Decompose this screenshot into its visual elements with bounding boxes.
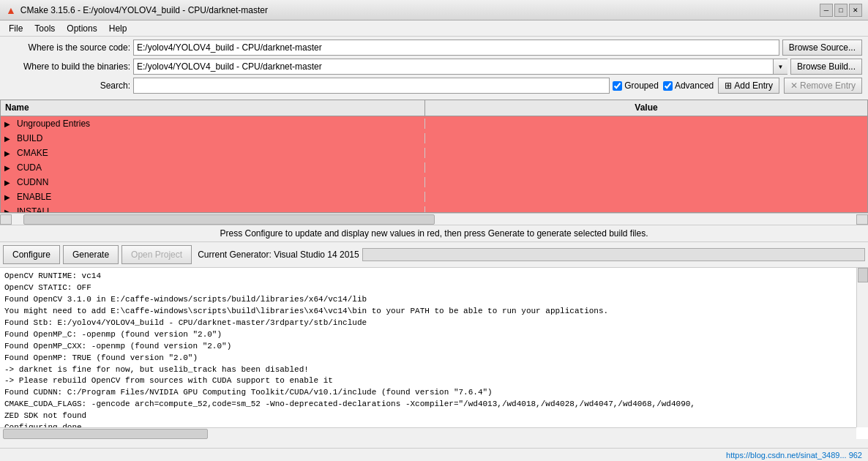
- advanced-checkbox-label[interactable]: Advanced: [663, 80, 714, 91]
- progress-bar: [362, 248, 865, 261]
- menu-options[interactable]: Options: [61, 22, 102, 35]
- log-vertical-scrollbar[interactable]: [856, 268, 868, 427]
- menu-bar: File Tools Options Help: [0, 20, 868, 37]
- log-lines: OpenCV RUNTIME: vc14OpenCV STATIC: OFFFo…: [4, 271, 864, 439]
- table-row[interactable]: ▶ CUDA: [1, 160, 867, 175]
- open-project-button[interactable]: Open Project: [121, 245, 192, 264]
- horizontal-scrollbar[interactable]: [0, 213, 868, 225]
- table-body: ▶ Ungrouped Entries ▶ BUILD ▶ CMAKE ▶ CU…: [1, 116, 867, 212]
- row-name: CMAKE: [14, 148, 425, 158]
- log-line: -> darknet is fine for now, but uselib_t…: [4, 364, 852, 376]
- log-scroll-thumb[interactable]: [858, 268, 868, 282]
- source-row: Where is the source code: Browse Source.…: [6, 40, 862, 56]
- row-name: ENABLE: [14, 192, 425, 202]
- table-row[interactable]: ▶ ENABLE: [1, 190, 867, 204]
- grouped-checkbox[interactable]: [613, 81, 622, 91]
- grouped-checkbox-label[interactable]: Grouped: [613, 80, 659, 91]
- browse-source-button[interactable]: Browse Source...: [782, 40, 862, 56]
- log-horizontal-scrollbar[interactable]: [0, 427, 856, 439]
- log-line: Found OpenMP: TRUE (found version "2.0"): [4, 353, 852, 364]
- binaries-input[interactable]: [133, 59, 787, 75]
- log-line: OpenCV STATIC: OFF: [4, 282, 852, 294]
- search-options: Grouped Advanced ⊞ Add Entry ✕ Remove En…: [613, 78, 862, 94]
- binaries-dropdown-arrow[interactable]: ▼: [773, 59, 787, 75]
- browse-build-button[interactable]: Browse Build...: [790, 59, 862, 75]
- row-name: Ungrouped Entries: [14, 119, 425, 129]
- table-row[interactable]: ▶ CMAKE: [1, 146, 867, 160]
- row-name: CUDNN: [14, 177, 425, 187]
- maximize-button[interactable]: □: [834, 4, 848, 17]
- table-row[interactable]: ▶ BUILD: [1, 131, 867, 146]
- log-line: CMAKE_CUDA_FLAGS: -gencode arch=compute_…: [4, 399, 852, 411]
- table-row[interactable]: ▶ INSTALL: [1, 204, 867, 212]
- source-input[interactable]: [133, 40, 779, 56]
- button-bar: Configure Generate Open Project Current …: [0, 242, 868, 267]
- close-button[interactable]: ✕: [849, 4, 862, 17]
- add-entry-button[interactable]: ⊞ Add Entry: [718, 78, 779, 94]
- log-line: Found OpenCV 3.1.0 in E:/caffe-windows/s…: [4, 294, 852, 306]
- log-line: ZED SDK not found: [4, 411, 852, 422]
- minimize-button[interactable]: ─: [820, 4, 833, 17]
- log-line: -> Please rebuild OpenCV from sources wi…: [4, 375, 852, 387]
- row-expand-icon[interactable]: ▶: [1, 120, 14, 128]
- status-bar: https://blog.csdn.net/sinat_3489... 962: [0, 448, 868, 461]
- advanced-label: Advanced: [675, 80, 714, 91]
- configure-button[interactable]: Configure: [3, 245, 60, 264]
- row-expand-icon[interactable]: ▶: [1, 135, 14, 143]
- log-area: OpenCV RUNTIME: vc14OpenCV STATIC: OFFFo…: [0, 267, 868, 439]
- horizontal-scroll-thumb[interactable]: [23, 214, 435, 225]
- log-line: You might need to add E:\caffe-windows\s…: [4, 306, 852, 318]
- source-label: Where is the source code:: [6, 42, 130, 53]
- generate-button[interactable]: Generate: [63, 245, 119, 264]
- advanced-checkbox[interactable]: [663, 81, 673, 91]
- table-header: Name Value: [1, 100, 867, 116]
- log-line: Found OpenMP_CXX: -openmp (found version…: [4, 341, 852, 353]
- row-expand-icon[interactable]: ▶: [1, 179, 14, 187]
- log-line: Found Stb: E:/yolov4/YOLOV4_build - CPU/…: [4, 318, 852, 329]
- title-text: CMake 3.15.6 - E:/yolov4/YOLOV4_build - …: [20, 5, 268, 15]
- row-name: CUDA: [14, 162, 425, 173]
- title-left: ▲ CMake 3.15.6 - E:/yolov4/YOLOV4_build …: [6, 4, 268, 16]
- search-label: Search:: [6, 80, 130, 91]
- row-expand-icon[interactable]: ▶: [1, 164, 14, 172]
- menu-tools[interactable]: Tools: [29, 22, 61, 35]
- row-expand-icon[interactable]: ▶: [1, 149, 14, 157]
- grouped-label: Grouped: [624, 80, 659, 91]
- config-message: Press Configure to update and display ne…: [0, 225, 868, 242]
- remove-entry-label: Remove Entry: [800, 80, 856, 91]
- app-icon: ▲: [6, 4, 16, 16]
- title-controls: ─ □ ✕: [820, 4, 862, 17]
- generator-label: Current Generator: Visual Studio 14 2015: [198, 250, 359, 260]
- binaries-row: Where to build the binaries: ▼ Browse Bu…: [6, 59, 862, 75]
- remove-entry-icon: ✕: [790, 80, 798, 91]
- add-entry-label: Add Entry: [734, 80, 773, 91]
- row-expand-icon[interactable]: ▶: [1, 208, 14, 213]
- add-entry-icon: ⊞: [725, 80, 732, 91]
- main-content: Where is the source code: Browse Source.…: [0, 37, 868, 100]
- title-bar: ▲ CMake 3.15.6 - E:/yolov4/YOLOV4_build …: [0, 0, 868, 20]
- binaries-label: Where to build the binaries:: [6, 61, 130, 72]
- search-input[interactable]: [133, 78, 610, 94]
- row-name: BUILD: [14, 133, 425, 143]
- status-url: https://blog.csdn.net/sinat_3489... 962: [726, 451, 862, 460]
- remove-entry-button[interactable]: ✕ Remove Entry: [784, 78, 862, 94]
- col-value: Value: [425, 100, 867, 116]
- row-expand-icon[interactable]: ▶: [1, 193, 14, 201]
- table-row[interactable]: ▶ CUDNN: [1, 175, 867, 190]
- search-row: Search: Grouped Advanced ⊞ Add Entry ✕ R…: [6, 78, 862, 94]
- col-name: Name: [1, 100, 425, 116]
- config-table: Name Value ▶ Ungrouped Entries ▶ BUILD ▶…: [0, 100, 868, 213]
- menu-help[interactable]: Help: [103, 22, 133, 35]
- binaries-dropdown: ▼: [133, 59, 787, 75]
- menu-file[interactable]: File: [3, 22, 29, 35]
- log-line: Found CUDNN: C:/Program Files/NVIDIA GPU…: [4, 387, 852, 399]
- log-line: Found OpenMP_C: -openmp (found version "…: [4, 329, 852, 341]
- log-horiz-thumb[interactable]: [3, 429, 208, 439]
- log-line: OpenCV RUNTIME: vc14: [4, 271, 852, 282]
- row-name: INSTALL: [14, 206, 425, 212]
- table-row[interactable]: ▶ Ungrouped Entries: [1, 116, 867, 131]
